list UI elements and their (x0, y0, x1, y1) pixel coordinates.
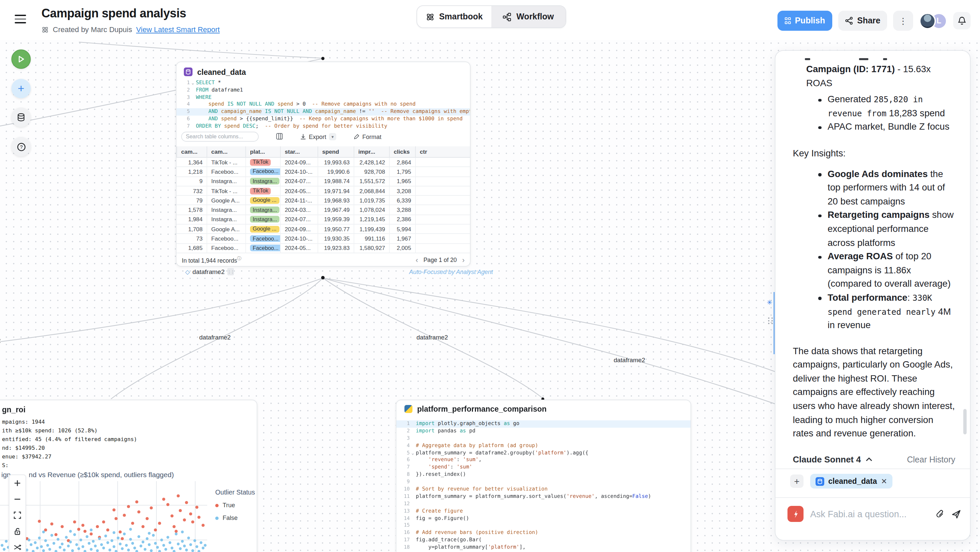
column-header[interactable]: cam... (177, 146, 207, 157)
table-row[interactable]: 73Faceboo...Faceboo...2024-10-...19,930.… (177, 234, 470, 244)
legend-item-true[interactable]: True (215, 502, 255, 509)
code-line[interactable]: 18 y=platform_summary['platform'], (396, 544, 690, 551)
export-chevron-icon[interactable]: ▾ (329, 133, 336, 140)
tab-workflow[interactable]: Workflow (492, 6, 566, 27)
platform-badge: Faceboo... (250, 169, 280, 175)
code-line[interactable]: 17fig.add_trace(go.Bar( (396, 537, 690, 544)
run-workflow-button[interactable] (11, 49, 31, 69)
code-line[interactable]: 9 (396, 479, 690, 486)
fullscreen-button[interactable] (10, 507, 25, 523)
notifications-button[interactable] (953, 12, 970, 29)
node-card-platform-performance-comparison[interactable]: platform_performance_comparison 1import … (396, 399, 691, 552)
lock-axes-button[interactable] (10, 523, 25, 539)
code-line[interactable]: 5 AND campaign_name IS NOT NULL AND camp… (177, 108, 470, 116)
panel-scrollbar[interactable] (963, 409, 967, 434)
code-line[interactable]: 6 AND spend > {{spend_limit}} -- Keep on… (177, 116, 470, 123)
avatar-group[interactable]: L (919, 12, 947, 29)
table-row[interactable]: 1,685Faceboo...Faceboo...2024-05...19,92… (177, 243, 470, 253)
share-button[interactable]: Share (838, 11, 888, 31)
code-line[interactable]: 7ORDER BY spend DESC; -- Order by spend … (177, 122, 470, 130)
table-row[interactable]: 1,364TikTok - ...TikTok2024-09...19,993.… (177, 158, 470, 167)
output-dataframe-tag[interactable]: ◇ dataframe2 ⋮⋮ (185, 268, 234, 275)
model-selector[interactable]: Claude Sonnet 4 (793, 455, 872, 465)
scatter-legend: Outlier Status True False (215, 488, 255, 521)
columns-icon[interactable] (276, 133, 283, 141)
code-line[interactable]: 12 (396, 501, 690, 508)
format-button[interactable]: Format (354, 133, 381, 140)
table-row[interactable]: 1,218Faceboo...Faceboo...2024-10-...19,9… (177, 167, 470, 177)
python-code-editor[interactable]: 1import plotly.graph_objects as go2impor… (396, 420, 690, 552)
code-line[interactable]: 7 'spend': 'sum' (396, 464, 690, 471)
add-context-button[interactable]: + (790, 474, 803, 488)
column-header[interactable]: spend (318, 146, 354, 157)
shuffle-button[interactable] (10, 539, 25, 552)
code-line[interactable]: 14fig = go.Figure() (396, 515, 690, 522)
avatar[interactable] (919, 12, 936, 29)
code-line[interactable]: 3WHERE (177, 94, 470, 101)
export-button[interactable]: Export ▾ (300, 133, 336, 140)
code-line[interactable]: 8}).reset_index() (396, 471, 690, 479)
code-line[interactable]: 2import pandas as pd (396, 428, 690, 435)
column-header[interactable]: plat... (245, 146, 280, 157)
table-cell: Google ... (245, 224, 280, 234)
code-line[interactable]: 1⌄SELECT * (177, 80, 470, 87)
ask-question-input[interactable] (810, 509, 929, 519)
help-button[interactable]: ? (11, 137, 31, 156)
table-row[interactable]: 1,578Instagra...Instagra...2024-03...19,… (177, 205, 470, 215)
more-options-button[interactable]: ⋮ (893, 11, 913, 31)
context-chip-cleaned-data[interactable]: cleaned_data ✕ (810, 474, 892, 488)
zoom-in-button[interactable] (10, 475, 25, 491)
code-line[interactable]: 4 spend IS NOT NULL AND spend > 0 -- Rem… (177, 101, 470, 108)
panel-resize-accent[interactable] (773, 292, 775, 354)
send-button[interactable] (951, 509, 961, 519)
view-latest-smart-report-link[interactable]: View Latest Smart Report (136, 25, 220, 33)
code-line[interactable]: 10# Sort by revenue for better visualiza… (396, 486, 690, 493)
next-page-button[interactable]: › (462, 256, 465, 264)
column-header[interactable]: clicks (389, 146, 415, 157)
scatter-plot[interactable] (0, 481, 213, 552)
sql-code-editor[interactable]: 1⌄SELECT *2FROM dataframe13WHERE4 spend … (177, 80, 470, 130)
zoom-out-button[interactable] (10, 491, 25, 507)
tab-smartbook[interactable]: Smartbook (417, 6, 492, 27)
platform-badge: Instagra... (250, 207, 280, 213)
code-line[interactable]: 11platform_summary = platform_summary.so… (396, 493, 690, 501)
platform-badge: Instagra... (250, 216, 280, 223)
legend-item-false[interactable]: False (215, 515, 255, 521)
code-line[interactable]: 6 'revenue': 'sum', (396, 457, 690, 464)
code-line[interactable]: 16# Add revenue bars (positive direction… (396, 530, 690, 537)
created-by-text: Created by Marc Dupuis (53, 25, 132, 33)
clear-history-button[interactable]: Clear History (907, 455, 956, 464)
code-line[interactable]: 3 (396, 435, 690, 442)
search-table-columns-input[interactable] (181, 132, 259, 142)
panel-drag-handle-icon[interactable] (768, 317, 773, 324)
remove-chip-icon[interactable]: ✕ (881, 477, 887, 485)
column-header[interactable]: impr... (354, 146, 389, 157)
code-line[interactable]: 15 (396, 522, 690, 530)
results-table[interactable]: cam...cam...plat...star...spendimpr...cl… (177, 146, 470, 253)
menu-icon[interactable] (15, 15, 26, 23)
code-line[interactable]: 13# Create figure (396, 507, 690, 515)
table-row[interactable]: 9Instagra...Instagra...2024-07...19,988.… (177, 177, 470, 186)
publish-button[interactable]: Publish (777, 11, 832, 31)
column-header[interactable]: star... (280, 146, 318, 157)
table-row[interactable]: 79Google A...Google ...2024-11-...19,968… (177, 196, 470, 205)
prev-page-button[interactable]: ‹ (416, 256, 418, 264)
data-sources-button[interactable] (11, 108, 31, 127)
pin-icon[interactable]: ✳ (767, 299, 772, 306)
table-row[interactable]: 732TikTok - ...TikTok2024-05...19,971.94… (177, 186, 470, 196)
attach-file-button[interactable] (935, 509, 945, 519)
auto-focus-note: Auto-Focused by Analyst Agent (409, 269, 493, 275)
node-card-cleaned-data[interactable]: cleaned_data 1⌄SELECT *2FROM dataframe13… (176, 62, 471, 267)
add-node-button[interactable]: + (11, 79, 31, 98)
code-line[interactable]: 1import plotly.graph_objects as go (396, 420, 690, 428)
column-header[interactable]: cam... (207, 146, 245, 157)
code-line[interactable]: 2FROM dataframe1 (177, 87, 470, 94)
column-header[interactable]: ctr (415, 146, 470, 157)
code-line[interactable]: 5⌄platform_summary = dataframe2.groupby(… (396, 449, 690, 457)
table-row[interactable]: 1,708Google A...Google ...2024-09...19,9… (177, 224, 470, 234)
bell-icon (957, 16, 967, 25)
drag-handle-icon[interactable]: ⋮⋮ (227, 268, 234, 275)
code-line[interactable]: 4# Aggregate data by platform (ad group) (396, 442, 690, 449)
table-row[interactable]: 1,984Instagra...Instagra...2024-07...19,… (177, 215, 470, 225)
info-icon[interactable]: ⓘ (237, 256, 241, 260)
